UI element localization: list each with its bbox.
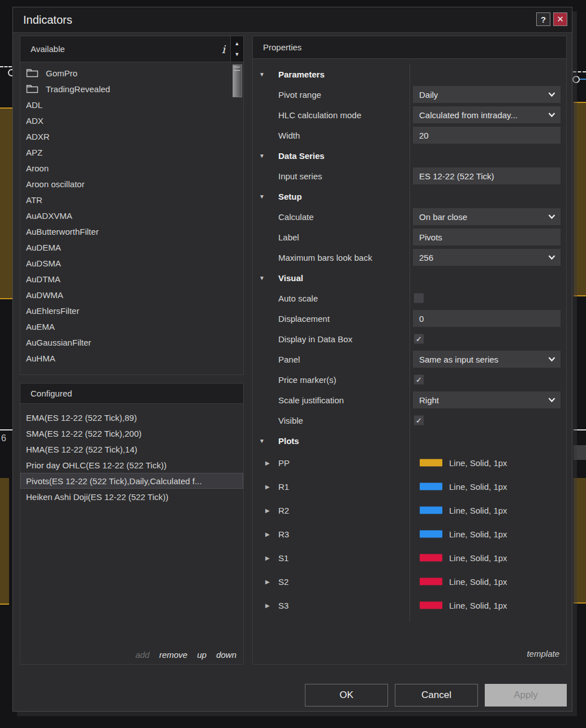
field-value: Same as input series (419, 355, 498, 364)
plot-row: ▶PPLine, Solid, 1px (253, 451, 566, 475)
info-icon[interactable]: i (222, 43, 225, 55)
available-item[interactable]: ADL (20, 97, 243, 113)
template-link[interactable]: template (527, 649, 559, 658)
help-button[interactable]: ? (536, 12, 550, 26)
chart-dashed-line (573, 71, 586, 72)
plot-style-text: Line, Solid, 1px (449, 529, 507, 539)
scroll-down-icon[interactable]: ▼ (235, 51, 240, 57)
dropdown-field[interactable]: Calculated from intraday... (413, 106, 561, 123)
input-field[interactable]: ES 12-22 (522 Tick) (413, 167, 561, 184)
indicators-dialog: Indicators ? ✕ Available i ▲ ▼ GomProTra… (12, 7, 572, 712)
checkbox[interactable]: ✓ (414, 416, 424, 425)
configured-item[interactable]: Heiken Ashi Doji(ES 12-22 (522 Tick)) (20, 489, 243, 505)
expand-caret-icon[interactable]: ▶ (265, 460, 270, 466)
plot-color-swatch[interactable] (420, 554, 442, 562)
available-item[interactable]: AuADXVMA (20, 208, 243, 223)
plot-color-swatch[interactable] (420, 578, 442, 585)
scroll-up-icon[interactable]: ▲ (235, 41, 240, 46)
available-item[interactable]: Aroon oscillator (20, 176, 243, 192)
collapse-caret-icon[interactable]: ▼ (259, 193, 265, 200)
available-item[interactable]: Aroon (20, 160, 243, 176)
available-item-label: AuHMA (26, 354, 55, 363)
help-icon: ? (541, 15, 546, 24)
collapse-caret-icon[interactable]: ▼ (259, 153, 265, 159)
chart-zone (574, 102, 586, 296)
section-header: ▼Plots (253, 430, 566, 451)
dropdown-field[interactable]: Right (413, 391, 561, 408)
available-item[interactable]: AuHMA (20, 350, 243, 366)
available-item[interactable]: ATR (20, 192, 243, 208)
configured-item[interactable]: HMA(ES 12-22 (522 Tick),14) (20, 441, 243, 457)
checkbox[interactable]: ✓ (414, 375, 424, 385)
available-item[interactable]: AuEhlersFilter (20, 303, 243, 318)
ok-button[interactable]: OK (305, 684, 388, 707)
available-item[interactable]: AuGaussianFilter (20, 334, 243, 350)
remove-link[interactable]: remove (159, 650, 187, 660)
available-item-label: ADXR (26, 132, 50, 141)
expand-caret-icon[interactable]: ▶ (265, 484, 270, 490)
dropdown-field[interactable]: Daily (413, 86, 561, 103)
property-row: Maximum bars look back256 (253, 247, 566, 268)
configured-item[interactable]: SMA(ES 12-22 (522 Tick),200) (20, 425, 243, 441)
available-item-label: AuDWMA (26, 290, 63, 300)
plot-color-swatch[interactable] (420, 459, 442, 467)
plot-color-swatch[interactable] (420, 483, 442, 490)
expand-caret-icon[interactable]: ▶ (265, 531, 270, 537)
available-item[interactable]: AuButterworthFilter (20, 223, 243, 239)
input-field[interactable]: 20 (413, 127, 561, 144)
property-label: Auto scale (278, 294, 318, 303)
available-item[interactable]: AuDSMA (20, 255, 243, 271)
up-link[interactable]: up (197, 650, 206, 660)
field-value: 0 (419, 314, 424, 324)
scrollbar-thumb[interactable] (232, 64, 242, 97)
plot-style-text: Line, Solid, 1px (449, 601, 507, 610)
input-field[interactable]: 0 (413, 310, 561, 327)
property-row: Width20 (253, 125, 566, 145)
available-item[interactable]: AuEMA (20, 318, 243, 334)
checkbox[interactable]: ✓ (414, 334, 424, 344)
dropdown-field[interactable]: 256 (413, 249, 561, 266)
configured-item-label: EMA(ES 12-22 (522 Tick),89) (26, 413, 137, 423)
dropdown-field[interactable]: Same as input series (413, 351, 561, 368)
available-item[interactable]: APZ (20, 144, 243, 160)
plot-color-swatch[interactable] (420, 507, 442, 514)
cancel-button[interactable]: Cancel (395, 684, 478, 707)
close-button[interactable]: ✕ (553, 12, 567, 26)
available-item[interactable]: GomPro (20, 65, 243, 81)
available-item[interactable]: AuDWMA (20, 287, 243, 303)
dialog-titlebar[interactable]: Indicators ? ✕ (13, 7, 572, 33)
property-label: Scale justification (278, 395, 344, 405)
chevron-down-icon (548, 214, 555, 219)
section-title: Data Series (278, 151, 325, 161)
plot-name: S1 (278, 553, 288, 563)
titlebar-buttons: ? ✕ (536, 12, 567, 26)
available-item[interactable]: ADX (20, 113, 243, 128)
input-field[interactable]: Pivots (413, 229, 561, 245)
expand-caret-icon[interactable]: ▶ (265, 555, 270, 561)
available-item[interactable]: ADXR (20, 128, 243, 144)
configured-item[interactable]: EMA(ES 12-22 (522 Tick),89) (20, 410, 243, 425)
properties-header-label: Properties (263, 42, 301, 52)
down-link[interactable]: down (216, 650, 236, 660)
expand-caret-icon[interactable]: ▶ (265, 579, 270, 585)
available-item-label: AuGaussianFilter (26, 338, 91, 347)
available-item[interactable]: AuDEMA (20, 239, 243, 255)
collapse-caret-icon[interactable]: ▼ (259, 71, 265, 77)
collapse-caret-icon[interactable]: ▼ (259, 275, 265, 281)
available-item-label: ATR (26, 195, 42, 205)
chart-marker-icon (572, 76, 580, 83)
expand-caret-icon[interactable]: ▶ (265, 507, 270, 514)
configured-item[interactable]: Pivots(ES 12-22 (522 Tick),Daily,Calcula… (20, 473, 243, 489)
plot-color-swatch[interactable] (420, 602, 442, 609)
checkbox[interactable] (414, 294, 424, 303)
property-row: Pivot rangeDaily (253, 84, 566, 105)
dropdown-field[interactable]: On bar close (413, 208, 561, 225)
available-item[interactable]: TradingRevealed (20, 81, 243, 97)
configured-item[interactable]: Prior day OHLC(ES 12-22 (522 Tick)) (20, 457, 243, 473)
collapse-caret-icon[interactable]: ▼ (259, 438, 265, 444)
property-label: Displacement (278, 314, 330, 324)
plot-color-swatch[interactable] (420, 531, 442, 538)
property-row: Input seriesES 12-22 (522 Tick) (253, 166, 566, 186)
expand-caret-icon[interactable]: ▶ (265, 602, 270, 609)
available-item[interactable]: AuDTMA (20, 271, 243, 287)
